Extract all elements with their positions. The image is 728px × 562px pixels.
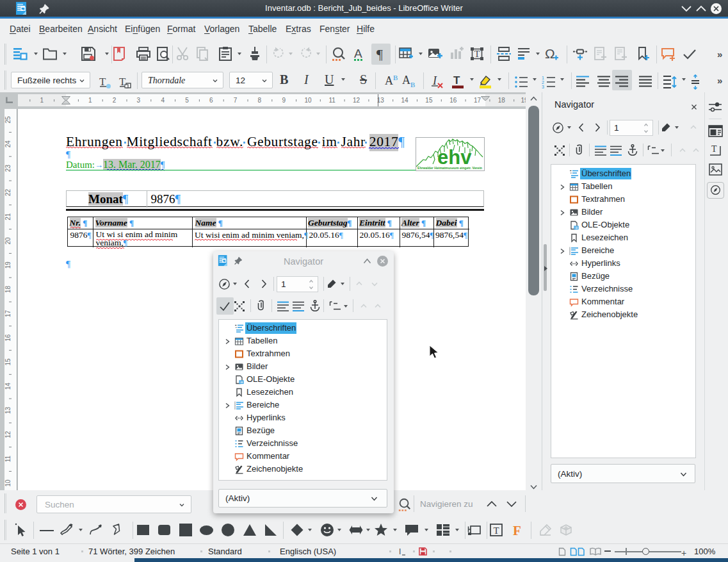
svg-text:T: T: [474, 49, 480, 59]
svg-text:15: 15: [425, 97, 433, 104]
svg-text:12: 12: [4, 431, 12, 438]
svg-text:ehv: ehv: [437, 146, 472, 169]
svg-text:8: 8: [258, 97, 262, 104]
svg-text:2: 2: [542, 80, 544, 85]
svg-text:24: 24: [4, 140, 12, 148]
svg-text:I: I: [399, 547, 401, 556]
svg-text:9: 9: [282, 97, 286, 104]
svg-text:18: 18: [498, 97, 506, 104]
svg-text:10: 10: [4, 479, 12, 487]
svg-text:7: 7: [234, 97, 238, 104]
svg-text:16: 16: [449, 97, 457, 104]
svg-text:¶: ¶: [376, 46, 383, 62]
svg-text:23: 23: [4, 165, 12, 172]
svg-text:12: 12: [353, 97, 360, 104]
svg-text:11: 11: [329, 97, 336, 104]
svg-text:13: 13: [4, 407, 12, 415]
svg-text:22: 22: [4, 188, 12, 196]
svg-text:T: T: [494, 525, 499, 536]
svg-text:T: T: [711, 144, 717, 154]
svg-text:1: 1: [542, 76, 544, 80]
svg-text:I: I: [432, 74, 437, 87]
svg-text:21: 21: [4, 213, 12, 220]
svg-text:3: 3: [542, 85, 544, 89]
svg-text:T: T: [99, 76, 106, 88]
svg-text:4: 4: [161, 97, 165, 104]
svg-text:3: 3: [137, 97, 141, 104]
svg-text:T: T: [453, 74, 460, 87]
svg-text:A: A: [354, 47, 362, 60]
svg-text:1: 1: [40, 97, 44, 104]
svg-text:10: 10: [304, 97, 312, 104]
svg-text:Ehrwalder Heimatmuseum eingetr: Ehrwalder Heimatmuseum eingetr. Verein: [417, 166, 482, 170]
svg-text:F: F: [513, 523, 521, 538]
svg-text:18: 18: [4, 286, 12, 293]
svg-text:Ω: Ω: [545, 46, 555, 61]
svg-text:25: 25: [4, 116, 12, 124]
svg-text:2: 2: [113, 97, 117, 104]
svg-text:16: 16: [4, 334, 12, 342]
svg-text:14: 14: [4, 383, 12, 390]
svg-text:19: 19: [4, 261, 12, 269]
svg-text:20: 20: [4, 237, 12, 245]
svg-text:17: 17: [474, 97, 481, 104]
svg-text:17: 17: [4, 310, 12, 317]
svg-text:14: 14: [401, 97, 409, 104]
svg-text:11: 11: [4, 455, 12, 462]
svg-text:15: 15: [4, 358, 12, 366]
svg-text:1: 1: [88, 97, 92, 104]
svg-text:5: 5: [185, 97, 189, 104]
svg-text:6: 6: [209, 97, 213, 104]
